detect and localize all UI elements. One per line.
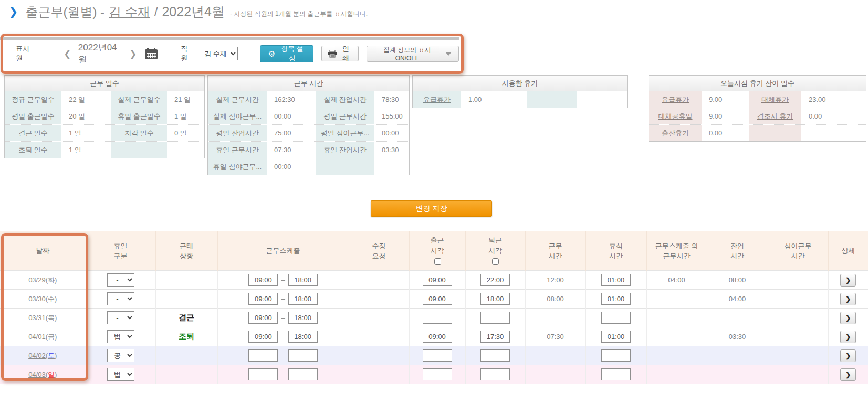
schedule-end-input[interactable] <box>288 274 318 286</box>
rest-time-input[interactable] <box>601 368 631 380</box>
holiday-type-cell: - <box>86 271 155 290</box>
date-link[interactable]: 03/30(수) <box>28 295 57 303</box>
date-link[interactable]: 04/02(토) <box>28 352 57 359</box>
item-settings-button[interactable]: ⚙ 항목 설정 <box>260 45 313 62</box>
holiday-type-select[interactable]: 법 <box>107 330 134 343</box>
leave-type-link[interactable]: 대체공휴일 <box>658 112 693 121</box>
date-cell: 03/31(목) <box>0 309 86 327</box>
holiday-type-select[interactable]: - <box>107 292 134 305</box>
clock-in-input[interactable] <box>423 349 452 362</box>
date-cell: 04/02(토) <box>0 346 86 365</box>
summary-table-title: 사용한 휴가 <box>413 76 627 91</box>
date-link[interactable]: 04/01(금) <box>28 333 57 341</box>
summary-value-cell <box>577 91 627 108</box>
schedule-end-input[interactable] <box>288 331 318 343</box>
schedule-start-input[interactable] <box>248 368 278 380</box>
summary-row: 평일 출근일수20 일휴일 출근일수1 일 <box>5 108 204 125</box>
summary-label-cell: 경조사 휴가 <box>749 108 801 124</box>
schedule-end-input[interactable] <box>288 368 318 380</box>
detail-button[interactable]: ❯ <box>840 274 856 287</box>
clock-in-cell <box>409 346 465 365</box>
column-header: 상세 <box>828 231 868 271</box>
date-text: 03/31( <box>28 314 48 322</box>
employee-select[interactable]: 김 수재 <box>202 47 238 60</box>
leave-type-link[interactable]: 유급휴가 <box>423 95 451 104</box>
schedule-start-input[interactable] <box>248 349 278 362</box>
clock-out-select-all-checkbox[interactable] <box>492 258 499 265</box>
leave-type-link[interactable]: 유급휴가 <box>662 95 689 104</box>
rest-time-input[interactable] <box>601 331 631 343</box>
schedule-start-input[interactable] <box>248 293 278 305</box>
clock-out-input[interactable] <box>480 293 510 305</box>
summary-toggle-label: 집계 정보의 표시 ON/OFF <box>374 46 441 62</box>
clock-in-select-all-checkbox[interactable] <box>434 258 441 265</box>
edit-request-cell <box>349 309 409 327</box>
print-button[interactable]: 인쇄 <box>321 46 358 61</box>
schedule-separator: – <box>281 295 285 303</box>
clock-in-input[interactable] <box>423 312 452 324</box>
column-header-label: 근무 시간 <box>526 241 585 261</box>
day-of-week: 수 <box>48 295 55 303</box>
holiday-type-select[interactable]: - <box>107 311 134 324</box>
clock-out-input[interactable] <box>480 331 510 343</box>
clock-in-input[interactable] <box>423 368 452 380</box>
clock-in-input[interactable] <box>423 293 452 305</box>
clock-in-input[interactable] <box>423 274 452 286</box>
clock-out-input[interactable] <box>480 312 510 324</box>
clock-out-input[interactable] <box>480 349 510 362</box>
schedule-start-input[interactable] <box>248 274 278 286</box>
detail-button[interactable]: ❯ <box>840 331 856 343</box>
date-cell: 04/03(일) <box>0 365 86 384</box>
prev-month-button[interactable]: ❮ <box>64 49 70 59</box>
next-month-button[interactable]: ❯ <box>130 49 137 59</box>
schedule-end-input[interactable] <box>288 349 318 362</box>
rest-time-input[interactable] <box>601 274 631 286</box>
table-row: 03/31(목)-결근–❯ <box>0 309 868 327</box>
leave-type-link[interactable]: 경조사 휴가 <box>757 112 793 121</box>
employee-name-link[interactable]: 김 수재 <box>109 4 150 20</box>
clock-out-input[interactable] <box>480 274 510 286</box>
summary-value-cell <box>167 142 204 158</box>
summary-value-cell: 155:00 <box>374 108 409 124</box>
clock-out-input[interactable] <box>480 368 510 380</box>
date-link[interactable]: 03/29(화) <box>28 276 57 284</box>
summary-value-cell: 9.00 <box>702 108 749 124</box>
detail-button[interactable]: ❯ <box>840 312 856 324</box>
rest-time-input[interactable] <box>601 312 631 324</box>
date-text: 04/01( <box>28 333 48 341</box>
work-time-cell <box>525 309 585 327</box>
schedule-end-input[interactable] <box>288 293 318 305</box>
title-separator: / <box>154 5 158 19</box>
summary-label-cell: 휴일 잔업시간 <box>316 142 374 158</box>
date-text: ) <box>55 333 57 341</box>
leave-type-link[interactable]: 출산휴가 <box>662 129 689 138</box>
clock-in-input[interactable] <box>423 331 452 343</box>
rest-time-input[interactable] <box>601 293 631 305</box>
schedule-end-input[interactable] <box>288 312 318 324</box>
summary-toggle-button[interactable]: 집계 정보의 표시 ON/OFF <box>367 46 459 62</box>
schedule-start-input[interactable] <box>248 312 278 324</box>
column-header-label: 근무스케줄 <box>218 246 348 256</box>
save-changes-button[interactable]: 변경 저장 <box>371 200 492 217</box>
leave-type-link[interactable]: 대체휴가 <box>761 95 789 104</box>
summary-label-cell: 조퇴 일수 <box>5 142 61 158</box>
detail-button[interactable]: ❯ <box>840 368 856 381</box>
detail-button[interactable]: ❯ <box>840 293 856 305</box>
holiday-type-select[interactable]: - <box>107 273 134 287</box>
date-link[interactable]: 03/31(목) <box>28 314 57 322</box>
rest-time-input[interactable] <box>601 349 631 362</box>
calendar-icon[interactable] <box>145 48 158 59</box>
date-link[interactable]: 04/03(일) <box>28 370 57 378</box>
table-row: 04/02(토)공–❯ <box>0 346 868 365</box>
date-cell: 03/30(수) <box>0 290 86 309</box>
summary-label-cell <box>316 158 374 175</box>
column-header: 근태 상황 <box>155 231 217 271</box>
holiday-type-select[interactable]: 공 <box>107 349 134 362</box>
schedule-start-input[interactable] <box>248 331 278 343</box>
outside-schedule-time-cell <box>646 365 707 384</box>
detail-button[interactable]: ❯ <box>840 349 856 362</box>
attendance-status-cell: 조퇴 <box>155 327 217 346</box>
column-header-label: 근무스케줄 외 근무시간 <box>647 241 706 261</box>
night-work-time-cell <box>768 271 828 290</box>
holiday-type-select[interactable]: 법 <box>107 368 134 381</box>
